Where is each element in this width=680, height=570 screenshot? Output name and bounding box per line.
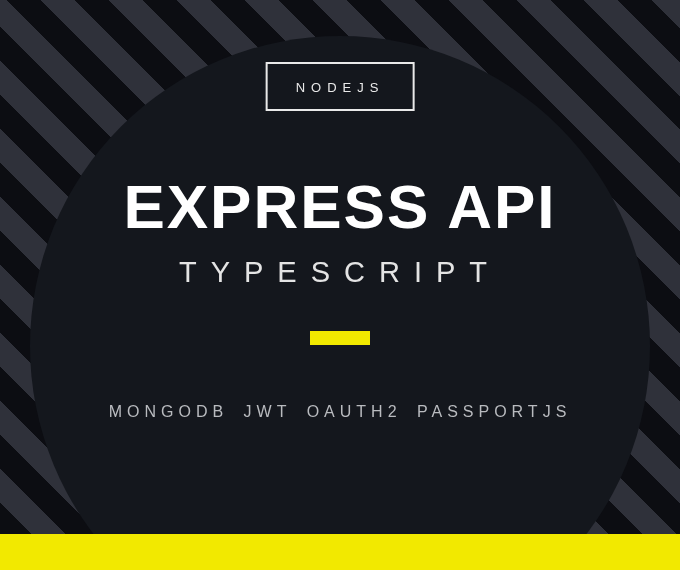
main-title: EXPRESS API [0, 176, 680, 238]
accent-bar [310, 331, 370, 345]
top-badge: NODEJS [266, 62, 415, 111]
tag-list: MONGODB JWT OAUTH2 PASSPORTJS [0, 403, 680, 421]
subtitle: TYPESCRIPT [0, 256, 680, 289]
bottom-accent-bar [0, 534, 680, 570]
center-content: EXPRESS API TYPESCRIPT MONGODB JWT OAUTH… [0, 176, 680, 421]
poster-canvas: NODEJS EXPRESS API TYPESCRIPT MONGODB JW… [0, 0, 680, 570]
badge-label: NODEJS [296, 80, 385, 95]
